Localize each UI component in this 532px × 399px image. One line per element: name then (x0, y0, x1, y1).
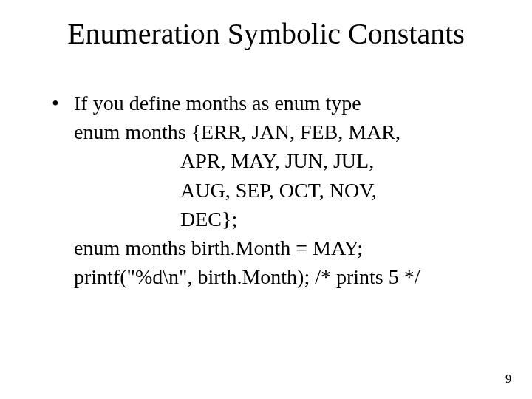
slide-title: Enumeration Symbolic Constants (0, 16, 532, 51)
bullet-line-3: APR, MAY, JUN, JUL, (52, 146, 502, 175)
bullet-line-6: enum months birth.Month = MAY; (52, 233, 502, 262)
bullet-item: • If you define months as enum type (52, 89, 502, 117)
bullet-line-7: printf("%d\n", birth.Month); /* prints 5… (52, 262, 502, 291)
bullet-line-1: If you define months as enum type (74, 89, 502, 117)
bullet-line-2: enum months {ERR, JAN, FEB, MAR, (52, 117, 502, 146)
slide: Enumeration Symbolic Constants • If you … (0, 0, 532, 399)
page-number: 9 (505, 372, 511, 386)
bullet-line-5: DEC}; (52, 205, 502, 233)
bullet-line-4: AUG, SEP, OCT, NOV, (52, 176, 502, 205)
bullet-mark: • (52, 89, 74, 117)
slide-body: • If you define months as enum type enum… (52, 89, 502, 291)
